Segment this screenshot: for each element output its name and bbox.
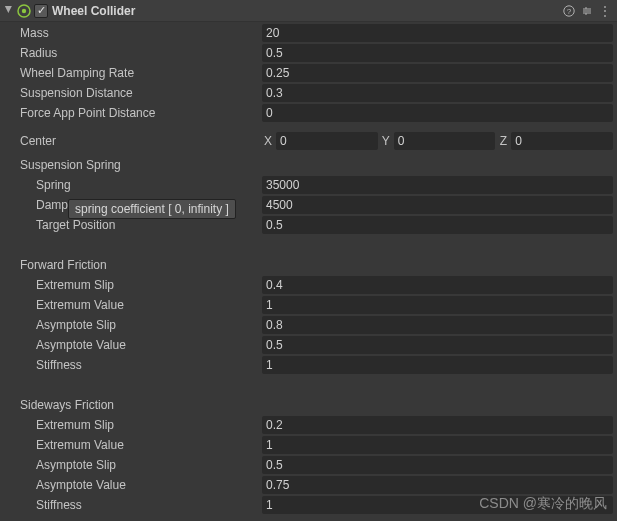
fwd-asymptote-slip-input[interactable]	[262, 316, 613, 334]
fwd-asymptote-slip-row: Asymptote Slip	[4, 315, 613, 335]
target-position-label: Target Position	[4, 218, 262, 232]
side-asymptote-value-row: Asymptote Value	[4, 475, 613, 495]
side-extremum-slip-row: Extremum Slip	[4, 415, 613, 435]
side-asymptote-value-label: Asymptote Value	[4, 478, 262, 492]
center-label: Center	[4, 134, 262, 148]
spring-row: Spring	[4, 175, 613, 195]
center-vector: X Y Z	[262, 132, 613, 150]
fwd-stiffness-input[interactable]	[262, 356, 613, 374]
center-y-input[interactable]	[394, 132, 496, 150]
context-menu-icon[interactable]: ⋮	[597, 3, 613, 19]
fwd-extremum-slip-input[interactable]	[262, 276, 613, 294]
side-extremum-value-row: Extremum Value	[4, 435, 613, 455]
fwd-extremum-value-input[interactable]	[262, 296, 613, 314]
fwd-extremum-slip-label: Extremum Slip	[4, 278, 262, 292]
preset-icon[interactable]	[579, 3, 595, 19]
axis-x-label: X	[262, 134, 274, 148]
wheel-damping-label: Wheel Damping Rate	[4, 66, 262, 80]
fwd-stiffness-label: Stiffness	[4, 358, 262, 372]
side-asymptote-slip-row: Asymptote Slip	[4, 455, 613, 475]
component-title: Wheel Collider	[52, 4, 559, 18]
tooltip: spring coefficient [ 0, infinity ]	[68, 199, 236, 219]
side-asymptote-value-input[interactable]	[262, 476, 613, 494]
mass-label: Mass	[4, 26, 262, 40]
fwd-asymptote-value-input[interactable]	[262, 336, 613, 354]
force-app-point-input[interactable]	[262, 104, 613, 122]
force-app-point-row: Force App Point Distance	[4, 103, 613, 123]
center-z-input[interactable]	[511, 132, 613, 150]
mass-input[interactable]	[262, 24, 613, 42]
wheel-damping-input[interactable]	[262, 64, 613, 82]
side-extremum-slip-input[interactable]	[262, 416, 613, 434]
radius-input[interactable]	[262, 44, 613, 62]
fwd-stiffness-row: Stiffness	[4, 355, 613, 375]
target-position-input[interactable]	[262, 216, 613, 234]
damper-input[interactable]	[262, 196, 613, 214]
side-stiffness-row: Stiffness	[4, 495, 613, 515]
fwd-asymptote-value-row: Asymptote Value	[4, 335, 613, 355]
forward-friction-header[interactable]: Forward Friction	[4, 255, 613, 275]
side-stiffness-label: Stiffness	[4, 498, 262, 512]
wheel-collider-icon	[17, 4, 31, 18]
side-stiffness-input[interactable]	[262, 496, 613, 514]
fwd-asymptote-slip-label: Asymptote Slip	[4, 318, 262, 332]
suspension-distance-row: Suspension Distance	[4, 83, 613, 103]
force-app-point-label: Force App Point Distance	[4, 106, 262, 120]
spring-input[interactable]	[262, 176, 613, 194]
radius-row: Radius	[4, 43, 613, 63]
side-extremum-slip-label: Extremum Slip	[4, 418, 262, 432]
foldout-icon[interactable]: ▶	[4, 6, 14, 16]
svg-text:?: ?	[567, 7, 572, 16]
side-asymptote-slip-label: Asymptote Slip	[4, 458, 262, 472]
suspension-distance-label: Suspension Distance	[4, 86, 262, 100]
side-extremum-value-input[interactable]	[262, 436, 613, 454]
help-icon[interactable]: ?	[561, 3, 577, 19]
suspension-spring-header[interactable]: Suspension Spring	[4, 155, 613, 175]
sideways-friction-header[interactable]: Sideways Friction	[4, 395, 613, 415]
mass-row: Mass	[4, 23, 613, 43]
enable-checkbox[interactable]: ✓	[34, 4, 48, 18]
fwd-extremum-value-label: Extremum Value	[4, 298, 262, 312]
suspension-distance-input[interactable]	[262, 84, 613, 102]
fwd-extremum-value-row: Extremum Value	[4, 295, 613, 315]
component-body: Mass Radius Wheel Damping Rate Suspensio…	[0, 22, 617, 516]
side-extremum-value-label: Extremum Value	[4, 438, 262, 452]
fwd-asymptote-value-label: Asymptote Value	[4, 338, 262, 352]
svg-point-1	[22, 8, 26, 12]
component-header: ▶ ✓ Wheel Collider ? ⋮	[0, 0, 617, 22]
axis-y-label: Y	[380, 134, 392, 148]
spring-label: Spring	[4, 178, 262, 192]
radius-label: Radius	[4, 46, 262, 60]
axis-z-label: Z	[497, 134, 509, 148]
center-row: Center X Y Z	[4, 131, 613, 151]
side-asymptote-slip-input[interactable]	[262, 456, 613, 474]
center-x-input[interactable]	[276, 132, 378, 150]
wheel-damping-row: Wheel Damping Rate	[4, 63, 613, 83]
fwd-extremum-slip-row: Extremum Slip	[4, 275, 613, 295]
